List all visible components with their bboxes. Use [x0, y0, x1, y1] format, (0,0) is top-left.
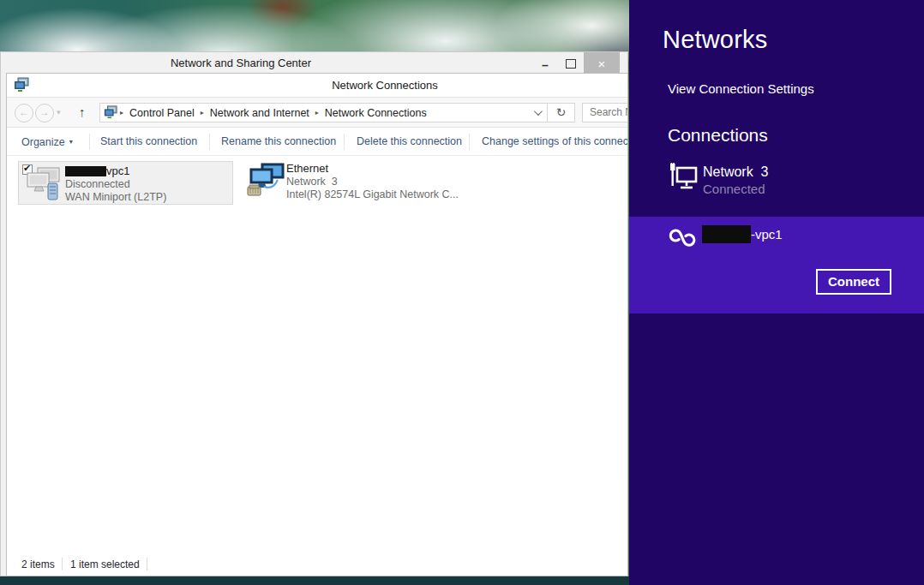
rename-connection-button[interactable]: Rename this connection	[221, 128, 336, 156]
item-status: Disconnected	[65, 178, 166, 191]
maximize-icon	[566, 59, 576, 69]
arrow-right-icon: →	[39, 106, 50, 118]
refresh-button[interactable]: ↻	[547, 103, 575, 122]
chevron-down-icon: ▾	[57, 108, 61, 116]
network-name: Network 3	[703, 164, 768, 180]
address-bar[interactable]: ▸ Control Panel ▸ Network and Internet ▸…	[99, 103, 548, 122]
toolbar-separator	[469, 134, 470, 150]
view-connection-settings-link[interactable]: View Connection Settings	[668, 81, 814, 96]
vpn-device-icon	[26, 166, 62, 206]
selected-count: 1 item selected	[70, 558, 140, 570]
redacted-name	[702, 225, 751, 243]
address-location-icon	[104, 104, 117, 122]
items-count: 2 items	[21, 558, 55, 570]
list-item-ethernet[interactable]: Ethernet Network 3 Intel(R) 82574L Gigab…	[247, 161, 457, 205]
network-connections-icon	[14, 77, 29, 96]
vpn-icon	[666, 224, 699, 256]
item-text: vpc1 Disconnected WAN Miniport (L2TP)	[65, 164, 166, 204]
network-status: Connected	[703, 182, 765, 196]
breadcrumb-sep-icon: ▸	[117, 109, 126, 116]
minimize-icon: –	[542, 55, 549, 72]
item-status: Network 3	[286, 176, 459, 188]
breadcrumb-network-and-internet[interactable]: Network and Internet	[207, 107, 313, 119]
desktop-wallpaper-bottom	[0, 576, 629, 585]
toolbar-separator	[209, 134, 210, 150]
address-dropdown-icon[interactable]	[534, 107, 543, 116]
ethernet-device-icon	[247, 163, 286, 202]
change-settings-button[interactable]: Change settings of this connection	[482, 128, 628, 156]
redacted-name	[65, 166, 106, 176]
item-device: WAN Miniport (L2TP)	[65, 191, 166, 204]
connect-button[interactable]: Connect	[816, 269, 891, 295]
item-name: Ethernet	[286, 162, 459, 176]
chevron-down-icon: ▾	[65, 138, 73, 146]
search-input[interactable]: Search N	[582, 103, 628, 122]
nc-titlebar: Network Connections	[7, 74, 627, 97]
up-button[interactable]: ↑	[79, 103, 86, 122]
connections-section-heading: Connections	[668, 125, 768, 146]
item-name: vpc1	[65, 164, 166, 178]
vpn-name-suffix: -vpc1	[751, 227, 783, 242]
connections-list: ✔ vpc1 Disconnected WAN Miniport (L2TP	[7, 156, 627, 552]
organize-button[interactable]: Organize▾	[21, 128, 73, 156]
nsc-titlebar: Network and Sharing Center – ×	[1, 52, 627, 75]
arrow-up-icon: ↑	[79, 104, 86, 119]
arrow-left-icon: ←	[19, 106, 29, 118]
flyout-title: Networks	[663, 26, 767, 54]
nc-window-title: Network Connections	[213, 74, 556, 97]
status-separator	[147, 558, 147, 570]
start-connection-button[interactable]: Start this connection	[100, 128, 197, 156]
breadcrumb-network-connections[interactable]: Network Connections	[321, 107, 430, 119]
nsc-window-title: Network and Sharing Center	[69, 52, 412, 75]
list-item-vpn[interactable]: ✔ vpc1 Disconnected WAN Miniport (L2TP	[18, 161, 233, 205]
breadcrumb-control-panel[interactable]: Control Panel	[126, 107, 198, 119]
flyout-item-network3[interactable]: Network 3 Connected	[629, 159, 924, 204]
item-device: Intel(R) 82574L Gigabit Network C...	[286, 188, 459, 201]
close-button[interactable]: ×	[584, 52, 620, 75]
breadcrumb-sep-icon: ▸	[198, 109, 207, 116]
delete-connection-button[interactable]: Delete this connection	[357, 128, 462, 156]
history-dropdown-button[interactable]: ▾	[57, 104, 61, 121]
navigation-bar: ← → ▾ ↑ ▸ Control Panel ▸ Network and In…	[7, 97, 627, 128]
wired-network-icon	[667, 163, 698, 202]
toolbar-separator	[89, 134, 90, 150]
status-separator	[62, 558, 63, 570]
back-button[interactable]: ←	[15, 104, 33, 122]
maximize-button[interactable]	[558, 52, 584, 75]
search-placeholder: Search N	[590, 106, 628, 118]
command-toolbar: Organize▾ Start this connection Rename t…	[7, 128, 627, 156]
close-icon: ×	[598, 57, 606, 71]
forward-button[interactable]: →	[35, 104, 54, 122]
toolbar-separator	[344, 134, 345, 150]
networks-flyout-panel: Networks View Connection Settings Connec…	[629, 0, 924, 585]
item-text: Ethernet Network 3 Intel(R) 82574L Gigab…	[286, 162, 459, 201]
status-bar: 2 items 1 item selected	[7, 552, 627, 576]
breadcrumb-sep-icon: ▸	[313, 109, 321, 116]
flyout-item-vpn-selected[interactable]: -vpc1 Connect	[629, 217, 924, 313]
minimize-button[interactable]: –	[532, 52, 558, 75]
nsc-caption-buttons: – ×	[532, 52, 620, 75]
refresh-icon: ↻	[556, 105, 567, 119]
network-connections-window: Network Connections ← → ▾ ↑ ▸ Control Pa…	[6, 73, 628, 576]
